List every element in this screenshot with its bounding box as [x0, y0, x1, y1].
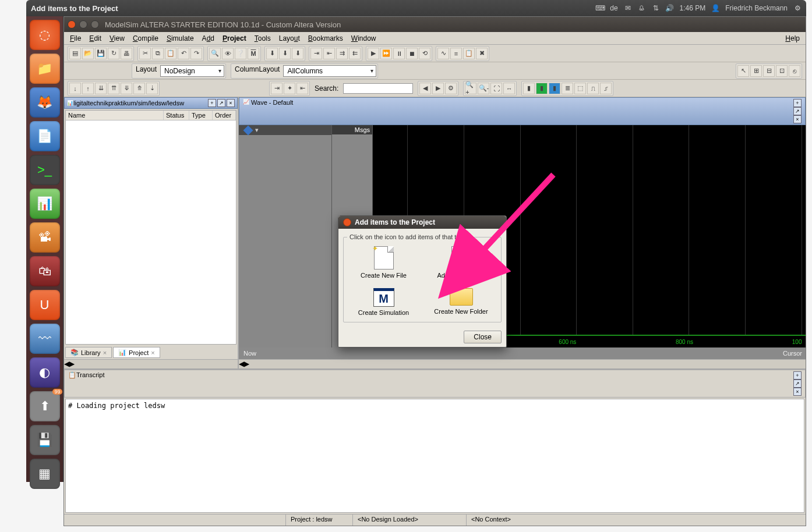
col2-icon[interactable]: ⬇: [279, 48, 291, 59]
search-opt-icon[interactable]: ⚙: [445, 83, 457, 94]
pane-pin-icon[interactable]: +: [208, 99, 216, 107]
search-input[interactable]: [343, 83, 413, 94]
cut-icon[interactable]: ✂: [139, 48, 151, 59]
tree-icon[interactable]: ⊡: [776, 65, 788, 77]
break-icon[interactable]: ⏸: [393, 48, 405, 59]
menu-edit[interactable]: Edit: [86, 33, 105, 44]
edge1-icon[interactable]: ⇥: [271, 83, 283, 94]
edge2-icon[interactable]: ✦: [284, 83, 295, 94]
save-icon[interactable]: 💾: [95, 48, 107, 59]
menu-layout[interactable]: Layout: [276, 33, 303, 44]
menu-compile[interactable]: Compile: [129, 33, 162, 44]
wave3-icon[interactable]: ▮: [549, 83, 560, 94]
clock[interactable]: 1:46 PM: [680, 4, 706, 12]
step3-icon[interactable]: ⇉: [336, 48, 348, 59]
zoom-in-icon[interactable]: 🔍+: [465, 83, 476, 94]
exit-icon[interactable]: ⎋: [789, 65, 800, 77]
writer-icon[interactable]: 📄: [30, 121, 60, 151]
expand-icon[interactable]: ⊟: [763, 65, 775, 77]
undo-icon[interactable]: ↶: [178, 48, 189, 59]
edge3-icon[interactable]: ⇤: [296, 83, 308, 94]
tab-project[interactable]: 📊 Project ×: [113, 347, 160, 358]
print-icon[interactable]: 🖶: [121, 48, 132, 59]
step4-icon[interactable]: ⇇: [349, 48, 361, 59]
sig7-icon[interactable]: ⇣: [146, 83, 158, 94]
restart-icon[interactable]: ⟲: [419, 48, 430, 59]
keyboard-indicator[interactable]: de: [610, 4, 617, 12]
paste-icon[interactable]: 📋: [165, 48, 176, 59]
terminal-icon[interactable]: >_: [30, 155, 60, 185]
app-icon[interactable]: ▦: [30, 459, 60, 489]
step-icon[interactable]: ⇥: [310, 48, 322, 59]
wave-signals[interactable]: ▾: [239, 125, 332, 347]
volume-icon[interactable]: 🔊: [666, 4, 674, 12]
copy-icon[interactable]: ⧉: [152, 48, 164, 59]
create-new-folder-button[interactable]: Create New Folder: [425, 286, 497, 318]
user-name[interactable]: Friedrich Beckmann: [725, 4, 788, 12]
x-icon[interactable]: ✖: [476, 48, 488, 59]
col3-icon[interactable]: ⬇: [292, 48, 303, 59]
scrollbar[interactable]: ◀▶: [239, 359, 806, 368]
nautilus-icon[interactable]: 📁: [30, 54, 60, 84]
menu-window[interactable]: Window: [348, 33, 380, 44]
binoculars-icon[interactable]: 👁: [222, 48, 234, 59]
wave5-icon[interactable]: ⬚: [574, 83, 586, 94]
ubuntu-one-icon[interactable]: U: [30, 290, 60, 320]
reload-icon[interactable]: ↻: [108, 48, 119, 59]
pane-max-icon[interactable]: ↗: [217, 99, 225, 107]
wave7-icon[interactable]: ⎎: [600, 83, 612, 94]
diamond-icon[interactable]: [243, 125, 253, 135]
wave-icon[interactable]: ∿: [437, 48, 449, 59]
pane-close-icon[interactable]: ×: [227, 99, 235, 107]
list-icon[interactable]: ≡: [450, 48, 462, 59]
scrollbar[interactable]: ◀▶: [64, 359, 238, 368]
close-icon[interactable]: [343, 218, 351, 226]
sig5-icon[interactable]: ⤋: [121, 83, 132, 94]
updates-icon[interactable]: ⬆99: [30, 391, 60, 421]
pane-close-icon[interactable]: ×: [793, 388, 802, 396]
menu-help[interactable]: Help: [782, 33, 803, 44]
menu-project[interactable]: Project: [219, 33, 250, 44]
runall-icon[interactable]: ⏩: [380, 48, 392, 59]
search-prev-icon[interactable]: ◀: [419, 83, 431, 94]
stop-icon[interactable]: ⏹: [406, 48, 418, 59]
m-icon[interactable]: M: [248, 48, 259, 59]
pointer-icon[interactable]: ↖: [737, 65, 749, 77]
add-existing-file-button[interactable]: Add Existing File: [425, 244, 497, 281]
mail-icon[interactable]: ✉: [624, 4, 632, 12]
eclipse-icon[interactable]: ◐: [30, 357, 60, 388]
pane-max-icon[interactable]: ↗: [793, 107, 802, 115]
close-icon[interactable]: ×: [103, 349, 107, 356]
search-next-icon[interactable]: ▶: [432, 83, 444, 94]
bluetooth-icon[interactable]: 🕭: [638, 4, 646, 12]
create-simulation-button[interactable]: M Create Simulation: [347, 286, 420, 318]
menu-tools[interactable]: Tools: [251, 33, 274, 44]
maximize-button[interactable]: [91, 20, 99, 29]
pane-max-icon[interactable]: ↗: [793, 380, 802, 388]
keyboard-icon[interactable]: ⌨: [596, 4, 604, 12]
menu-add[interactable]: Add: [199, 33, 218, 44]
wireshark-icon[interactable]: 〰: [30, 324, 60, 354]
open-icon[interactable]: 📂: [82, 48, 94, 59]
project-tree[interactable]: Name Status Type Order: [65, 110, 236, 345]
close-button[interactable]: [68, 20, 76, 29]
dialog-titlebar[interactable]: Add items to the Project: [338, 216, 506, 229]
close-icon[interactable]: ×: [151, 349, 154, 356]
col-status[interactable]: Status: [164, 111, 189, 120]
pane-close-icon[interactable]: ×: [793, 115, 802, 123]
drive-icon[interactable]: 💾: [30, 425, 60, 455]
wave4-icon[interactable]: ≣: [562, 83, 573, 94]
pane-pin-icon[interactable]: +: [793, 99, 802, 107]
help-icon[interactable]: ❔: [235, 48, 246, 59]
new-icon[interactable]: ▤: [69, 48, 81, 59]
create-new-file-button[interactable]: ✦ Create New File: [347, 244, 420, 281]
zoom-icon[interactable]: ⊞: [750, 65, 762, 77]
zoom-full-icon[interactable]: ⛶: [490, 83, 502, 94]
sig2-icon[interactable]: ↑: [82, 83, 94, 94]
wave2-icon[interactable]: ▮: [536, 83, 548, 94]
tab-library[interactable]: 📚 Library ×: [65, 347, 112, 358]
col-order[interactable]: Order: [213, 111, 236, 120]
layout-select[interactable]: NoDesign: [160, 65, 224, 77]
menu-view[interactable]: View: [106, 33, 128, 44]
close-button[interactable]: Close: [464, 331, 502, 343]
